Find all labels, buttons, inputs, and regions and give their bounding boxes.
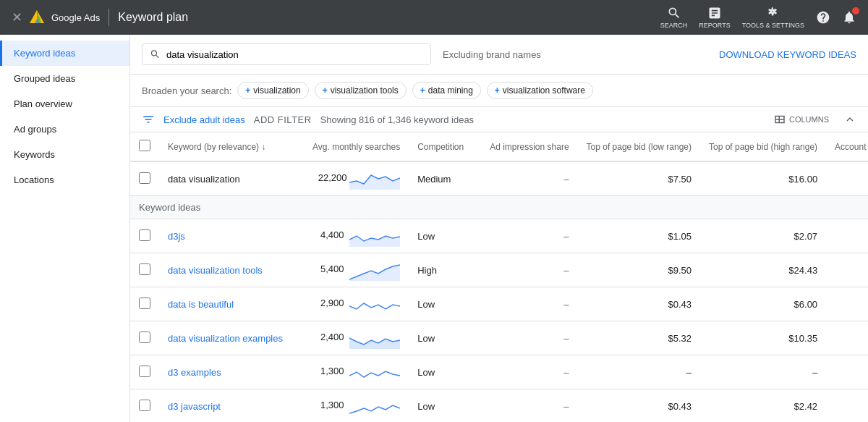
add-filter-button[interactable]: ADD FILTER [254,114,312,125]
main-bid-high-cell: $16.00 [700,161,826,196]
keyword-group-header-row: Keyword ideas [130,196,868,219]
showing-count-text: Showing 816 of 1,346 keyword ideas [320,114,474,125]
sidebar-item-keyword-ideas[interactable]: Keyword ideas [0,41,129,66]
table-row: d3 javascript 1,300 Low – $0.43 $2.42 [130,389,868,423]
tools-nav-button[interactable]: TOOLS & SETTINGS [742,6,804,29]
broaden-chip-2[interactable]: + data mining [412,82,481,99]
bid-high-cell: $2.42 [700,389,826,423]
row-checkbox-cell[interactable] [130,389,159,423]
bid-low-column-header: Top of page bid (low range) [578,132,700,161]
row-checkbox[interactable] [139,229,150,241]
collapse-icon[interactable] [843,113,856,126]
keyword-cell[interactable]: d3 examples [159,355,304,389]
bid-low-cell: $0.43 [578,389,700,423]
competition-cell: High [409,253,481,287]
sidebar: Keyword ideas Grouped ideas Plan overvie… [0,35,130,422]
status-cell [826,321,868,355]
broaden-chip-0[interactable]: + visualization [237,82,308,99]
page-title: Keyword plan [118,11,188,24]
sidebar-item-keywords[interactable]: Keywords [0,142,129,167]
bid-low-cell: – [578,355,700,389]
status-cell [826,355,868,389]
search-box[interactable] [142,43,431,65]
competition-column-header: Competition [409,132,481,161]
competition-cell: Low [409,321,481,355]
reports-nav-button[interactable]: REPORTS [699,6,730,29]
search-nav-button[interactable]: SEARCH [660,6,688,29]
bid-high-cell: – [700,355,826,389]
bid-low-cell: $1.05 [578,219,700,253]
select-all-checkbox[interactable] [139,140,150,151]
main-keyword-row: data visualization 22,200 Medium – $7.50 [130,161,868,196]
row-checkbox-cell[interactable] [130,253,159,287]
search-input[interactable] [166,49,423,60]
sparkline-icon [349,259,400,281]
row-checkbox-cell[interactable] [130,355,159,389]
row-checkbox[interactable] [139,263,150,275]
searches-cell: 4,400 [304,219,409,253]
svg-marker-5 [349,265,400,281]
searches-cell: 1,300 [304,389,409,423]
main-sparkline [349,168,400,190]
searches-cell: 2,900 [304,287,409,321]
bid-low-cell: $5.32 [578,321,700,355]
sidebar-item-ad-groups[interactable]: Ad groups [0,117,129,142]
searches-column-header[interactable]: Avg. monthly searches [304,132,409,161]
competition-cell: Low [409,219,481,253]
columns-button[interactable]: COLUMNS [773,113,829,126]
sidebar-item-plan-overview[interactable]: Plan overview [0,91,129,117]
sparkline-icon [349,327,400,349]
bid-high-cell: $10.35 [700,321,826,355]
keyword-cell[interactable]: data visualization tools [159,253,304,287]
main-bid-low-cell: $7.50 [578,161,700,196]
exclude-adult-ideas-button[interactable]: Exclude adult ideas [163,114,245,125]
keyword-cell[interactable]: data visualization examples [159,321,304,355]
sparkline-icon [349,395,400,417]
row-checkbox[interactable] [139,366,150,377]
broaden-chip-3[interactable]: + visualization software [487,82,593,99]
impression-column-header: Ad impression share [481,132,577,161]
columns-label: COLUMNS [789,115,829,124]
logo-area: ✕ Google Ads Keyword plan [12,9,188,26]
row-checkbox-cell[interactable] [130,287,159,321]
help-button[interactable] [816,10,830,25]
searches-cell: 2,400 [304,321,409,355]
main-impression-cell: – [481,161,577,196]
broaden-chip-1[interactable]: + visualization tools [315,82,407,99]
keyword-column-header[interactable]: Keyword (by relevance) ↓ [159,132,304,161]
notifications-button[interactable] [842,10,856,25]
sidebar-item-locations[interactable]: Locations [0,167,129,193]
status-column-header: Account status [826,132,868,161]
keyword-table: Keyword (by relevance) ↓ Avg. monthly se… [130,132,868,422]
bid-high-cell: $24.43 [700,253,826,287]
table-row: d3 examples 1,300 Low – – – [130,355,868,389]
columns-icon [773,113,786,126]
row-checkbox[interactable] [139,400,150,411]
download-keyword-ideas-button[interactable]: DOWNLOAD KEYWORD IDEAS [719,49,856,60]
row-checkbox-cell[interactable] [130,321,159,355]
nav-divider [109,9,109,26]
impression-cell: – [481,389,577,423]
bid-low-cell: $9.50 [578,253,700,287]
broaden-label: Broaden your search: [142,85,231,96]
sidebar-item-grouped-ideas[interactable]: Grouped ideas [0,66,129,91]
select-all-header[interactable] [130,132,159,161]
sparkline-icon [349,361,400,383]
close-icon[interactable]: ✕ [12,9,22,25]
keyword-cell[interactable]: d3 javascript [159,389,304,423]
row-checkbox[interactable] [139,332,150,343]
main-row-checkbox-cell[interactable] [130,161,159,196]
row-checkbox[interactable] [139,297,150,309]
bid-high-column-header: Top of page bid (high range) [700,132,826,161]
row-checkbox-cell[interactable] [130,219,159,253]
table-row: data is beautiful 2,900 Low – $0.43 $6.0… [130,287,868,321]
keyword-cell[interactable]: data is beautiful [159,287,304,321]
bid-low-cell: $0.43 [578,287,700,321]
impression-cell: – [481,219,577,253]
product-name: Google Ads [51,12,100,23]
table-row: data visualization tools 5,400 High – $9… [130,253,868,287]
competition-cell: Low [409,389,481,423]
main-status-cell [826,161,868,196]
main-row-checkbox[interactable] [139,172,150,184]
keyword-cell[interactable]: d3js [159,219,304,253]
